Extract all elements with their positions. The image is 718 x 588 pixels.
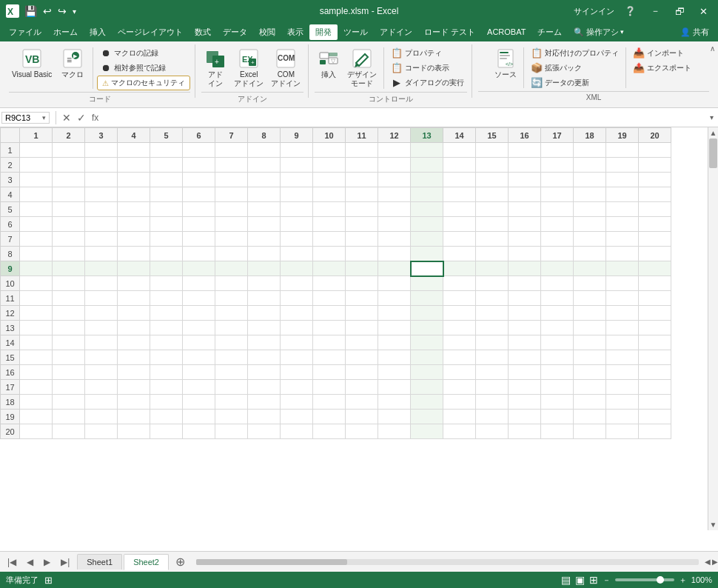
cell-r17c3[interactable] [85,380,118,395]
col-header-2[interactable]: 2 [53,128,85,143]
menu-formula[interactable]: 数式 [189,24,217,40]
cell-r9c3[interactable] [85,261,118,276]
undo-qa-button[interactable]: ↩ [41,4,54,19]
cell-r6c1[interactable] [20,217,53,232]
menu-pagelayout[interactable]: ページレイアウト [112,24,189,40]
cell-r19c13[interactable] [411,410,443,424]
cell-r7c2[interactable] [53,232,85,247]
cell-r10c2[interactable] [53,276,85,291]
menu-developer[interactable]: 開発 [309,24,338,40]
cell-r14c9[interactable] [281,335,313,350]
cell-r5c3[interactable] [85,202,118,217]
h-scroll-left[interactable]: ◀ [705,558,711,566]
cell-r6c3[interactable] [85,217,118,232]
menu-help-search[interactable]: 🔍 操作アシ▾ [568,24,630,40]
row-header-15[interactable]: 15 [1,350,20,365]
h-scroll-thumb[interactable] [196,559,347,565]
cell-r11c15[interactable] [476,291,509,306]
cell-r5c5[interactable] [150,202,183,217]
cell-r17c1[interactable] [20,380,53,395]
cell-r13c5[interactable] [150,321,183,335]
cell-r7c17[interactable] [541,232,574,247]
cell-r11c7[interactable] [215,291,248,306]
cell-r12c2[interactable] [53,306,85,321]
cell-r9c1[interactable] [20,261,53,276]
cell-r17c20[interactable] [639,380,671,395]
cell-r2c11[interactable] [346,158,378,173]
cell-r15c9[interactable] [281,350,313,365]
cell-r16c12[interactable] [378,365,411,380]
page-break-button[interactable]: ⊞ [589,574,598,586]
cell-r10c5[interactable] [150,276,183,291]
vba-button[interactable]: VB Visual Basic [9,46,55,81]
cell-r12c13[interactable] [411,306,443,321]
com-addin-button[interactable]: COM COM アドイン [268,46,303,90]
cell-r20c9[interactable] [281,424,313,439]
cell-r19c9[interactable] [281,410,313,424]
cell-r13c19[interactable] [606,321,639,335]
cell-r9c2[interactable] [53,261,85,276]
cell-r17c14[interactable] [443,380,476,395]
row-header-1[interactable]: 1 [1,143,20,158]
cancel-formula-button[interactable]: ✕ [59,112,74,124]
cell-r11c17[interactable] [541,291,574,306]
sheet-tab-sheet2[interactable]: Sheet2 [124,554,169,570]
cell-r13c6[interactable] [183,321,215,335]
cell-r3c10[interactable] [313,173,346,187]
cell-r20c13[interactable] [411,424,443,439]
cell-r8c19[interactable] [606,247,639,261]
cell-r4c1[interactable] [20,187,53,202]
menu-review[interactable]: 校閲 [253,24,281,40]
cell-r18c10[interactable] [313,395,346,410]
menu-home[interactable]: ホーム [47,24,84,40]
cell-r9c7[interactable] [215,261,248,276]
cell-r1c6[interactable] [183,143,215,158]
cell-r8c5[interactable] [150,247,183,261]
cell-r16c7[interactable] [215,365,248,380]
cell-r15c17[interactable] [541,350,574,365]
cell-r3c4[interactable] [118,173,150,187]
cell-r17c12[interactable] [378,380,411,395]
cell-r16c4[interactable] [118,365,150,380]
cell-r15c10[interactable] [313,350,346,365]
cell-r8c10[interactable] [313,247,346,261]
cell-r2c7[interactable] [215,158,248,173]
sheet-next[interactable]: ▶ [39,554,55,570]
row-header-9[interactable]: 9 [1,261,20,276]
cell-r20c5[interactable] [150,424,183,439]
cell-r13c8[interactable] [248,321,281,335]
cell-r5c18[interactable] [574,202,606,217]
cell-r16c9[interactable] [281,365,313,380]
cell-r19c3[interactable] [85,410,118,424]
cell-r18c5[interactable] [150,395,183,410]
cell-r6c2[interactable] [53,217,85,232]
cell-r4c6[interactable] [183,187,215,202]
cell-r10c14[interactable] [443,276,476,291]
cell-r3c1[interactable] [20,173,53,187]
cell-r18c4[interactable] [118,395,150,410]
cell-r19c16[interactable] [509,410,541,424]
cell-r7c19[interactable] [606,232,639,247]
qa-dropdown-button[interactable]: ▾ [70,6,78,17]
cell-r3c3[interactable] [85,173,118,187]
cell-r14c16[interactable] [509,335,541,350]
cell-r4c2[interactable] [53,187,85,202]
cell-r7c3[interactable] [85,232,118,247]
cell-r2c15[interactable] [476,158,509,173]
scroll-down-button[interactable]: ▼ [708,519,718,530]
cell-r17c15[interactable] [476,380,509,395]
cell-r15c6[interactable] [183,350,215,365]
cell-r19c15[interactable] [476,410,509,424]
cell-r14c7[interactable] [215,335,248,350]
cell-r12c20[interactable] [639,306,671,321]
cell-ref-dropdown[interactable]: R9C13 ▾ [1,112,50,124]
cell-r8c4[interactable] [118,247,150,261]
cell-r11c11[interactable] [346,291,378,306]
row-header-7[interactable]: 7 [1,232,20,247]
col-header-17[interactable]: 17 [541,128,574,143]
cell-r8c16[interactable] [509,247,541,261]
cell-r8c11[interactable] [346,247,378,261]
cell-r17c10[interactable] [313,380,346,395]
cell-r19c6[interactable] [183,410,215,424]
cell-r7c20[interactable] [639,232,671,247]
